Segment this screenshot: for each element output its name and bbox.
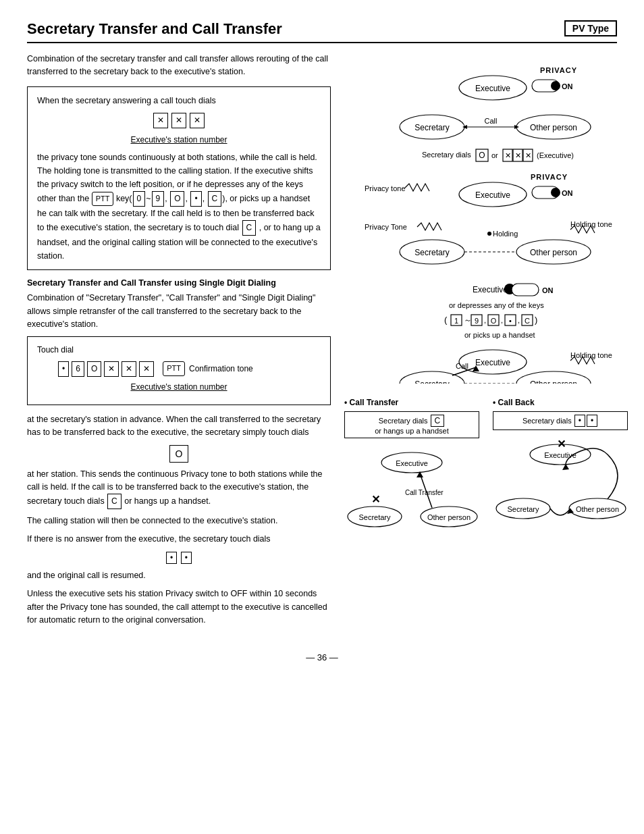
kc3: C	[107, 494, 122, 509]
box-section-2: Touch dial • 6 O ✕ ✕ ✕ PTT Confirmation …	[27, 336, 331, 405]
box1-station-label: Executive's station number	[37, 134, 321, 147]
key-xx3: ✕	[139, 361, 154, 377]
svg-point-4	[551, 81, 560, 90]
svg-text:✕: ✕	[525, 151, 531, 159]
svg-text:): )	[535, 315, 537, 325]
key-x2: ✕	[171, 113, 186, 128]
svg-text:Other person: Other person	[576, 505, 619, 513]
svg-text:,: ,	[518, 316, 520, 324]
svg-text:Executive: Executive	[544, 451, 576, 459]
svg-text:Call: Call	[485, 117, 498, 125]
kc: C	[208, 191, 222, 207]
key-x1: ✕	[153, 113, 168, 128]
dots-key-display: • •	[27, 552, 331, 564]
touch-dial-label: Touch dial	[37, 344, 321, 357]
page-number: — 36 —	[306, 652, 338, 662]
svg-text:Other person: Other person	[530, 380, 577, 384]
body2: at the secretary's station in advance. W…	[27, 413, 331, 440]
svg-text:or picks up a handset: or picks up a handset	[464, 331, 535, 339]
svg-text:Privacy tone: Privacy tone	[365, 184, 406, 192]
svg-text:Secretary: Secretary	[414, 380, 449, 384]
single-key-display: O	[27, 445, 331, 463]
call-back-label: • Call Back	[493, 398, 628, 407]
svg-text:Secretary: Secretary	[414, 248, 449, 257]
svg-point-33	[487, 232, 491, 236]
svg-text:or: or	[491, 151, 498, 159]
ptt-key2: PTT	[163, 361, 185, 376]
body5: If there is no answer from the executive…	[27, 533, 331, 546]
svg-text:✕: ✕	[515, 151, 521, 159]
svg-text:ON: ON	[542, 286, 554, 294]
svg-text:•: •	[509, 317, 512, 325]
k9: 9	[152, 191, 165, 207]
key-o-single: O	[169, 445, 189, 463]
key-dot1: •	[166, 552, 177, 564]
key-dot2: •	[181, 552, 192, 564]
content-area: Combination of the secretary transfer an…	[27, 53, 617, 632]
kc2: C	[242, 220, 257, 236]
svg-text:ON: ON	[562, 189, 573, 197]
kdot: •	[190, 191, 201, 207]
ptt-key: PTT	[92, 192, 114, 207]
svg-text:Call Transfer: Call Transfer	[405, 489, 444, 496]
call-transfer-svg: Executive Secretary Other person ✕ Call …	[344, 442, 479, 530]
secretary-dials-dots-box: Secretary dials ••	[493, 411, 628, 430]
left-column: Combination of the secretary transfer an…	[27, 53, 331, 632]
svg-text:Secretary: Secretary	[507, 505, 539, 513]
ko: O	[170, 191, 184, 207]
call-transfer-label: • Call Transfer	[344, 398, 479, 407]
svg-text:(Executive): (Executive)	[537, 151, 574, 159]
svg-rect-43	[512, 284, 539, 296]
key-dot-cb2: •	[587, 415, 597, 427]
page-header: Secretary Transfer and Call Transfer PV …	[27, 20, 617, 43]
svg-text:Executive: Executive	[475, 358, 510, 367]
box1-intro: When the secretary answering a call touc…	[37, 94, 321, 107]
body7: Unless the executive sets his station Pr…	[27, 588, 331, 627]
call-transfer-section: • Call Transfer Secretary dials C or han…	[344, 398, 479, 532]
key-xx1: ✕	[104, 361, 119, 377]
svg-text:PRIVACY: PRIVACY	[540, 66, 577, 74]
svg-text:or depresses any of the keys: or depresses any of the keys	[449, 301, 544, 309]
key-x3: ✕	[190, 113, 205, 128]
svg-text:Holding: Holding	[493, 230, 518, 238]
box-section-1: When the secretary answering a call touc…	[27, 86, 331, 271]
k0: 0	[133, 191, 146, 207]
svg-text:9: 9	[475, 317, 479, 325]
key-o: O	[87, 361, 101, 377]
key-dot: •	[58, 361, 69, 377]
svg-text:(: (	[444, 315, 448, 325]
box1-body: the privacy tone sounds continuously at …	[37, 151, 321, 263]
svg-text:Executive: Executive	[396, 459, 428, 467]
key-dot-cb1: •	[574, 415, 585, 427]
body6: and the original call is resumed.	[27, 569, 331, 582]
key-c-ct: C	[431, 415, 445, 427]
svg-text:Other person: Other person	[530, 248, 577, 257]
diagram-svg-1: PRIVACY Executive ON Secretary Other per…	[344, 53, 628, 384]
svg-text:PRIVACY: PRIVACY	[531, 173, 568, 181]
svg-text:O: O	[491, 317, 497, 325]
svg-text:ON: ON	[562, 82, 573, 90]
diagram-privacy-on: PRIVACY Executive ON Secretary Other per…	[344, 53, 628, 386]
svg-text:Secretary: Secretary	[414, 123, 449, 132]
body3: at her station. This sends the continuou…	[27, 468, 331, 509]
dial-sequence: • 6 O ✕ ✕ ✕ PTT	[57, 361, 185, 377]
svg-text:Secretary: Secretary	[358, 513, 391, 521]
svg-text:Call: Call	[456, 362, 468, 370]
confirmation-line: • 6 O ✕ ✕ ✕ PTT Confirmation tone	[37, 361, 321, 377]
page-title: Secretary Transfer and Call Transfer	[27, 20, 282, 38]
section-body1: Combination of "Secretary Transfer", "Ca…	[27, 292, 331, 331]
svg-text:Privacy Tone: Privacy Tone	[365, 223, 407, 231]
intro-text: Combination of the secretary transfer an…	[27, 53, 331, 78]
pv-type-box: PV Type	[564, 20, 617, 36]
svg-text:Executive: Executive	[473, 285, 508, 294]
right-column: PRIVACY Executive ON Secretary Other per…	[344, 53, 628, 632]
svg-text:C: C	[525, 317, 530, 325]
key-6: 6	[72, 361, 84, 377]
svg-text:O: O	[479, 151, 485, 160]
svg-text:～: ～	[464, 315, 472, 325]
svg-text:✕: ✕	[505, 151, 511, 159]
svg-text:,: ,	[484, 316, 486, 324]
svg-text:,: ,	[501, 316, 503, 324]
bottom-diagrams: • Call Transfer Secretary dials C or han…	[344, 398, 628, 532]
svg-text:Executive: Executive	[475, 84, 510, 93]
